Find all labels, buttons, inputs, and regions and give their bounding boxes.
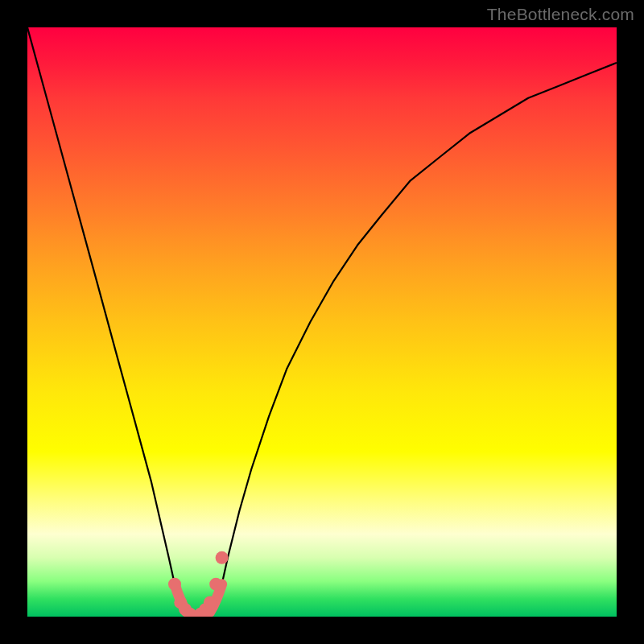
chart-frame: TheBottleneck.com bbox=[0, 0, 644, 644]
highlight-dot bbox=[209, 578, 222, 591]
bottleneck-curve bbox=[27, 27, 617, 617]
highlight-dot bbox=[168, 578, 181, 591]
plot-area bbox=[27, 27, 617, 617]
watermark-text: TheBottleneck.com bbox=[487, 5, 634, 24]
highlight-dot bbox=[216, 551, 229, 564]
curve-layer bbox=[27, 27, 617, 617]
highlight-dot bbox=[204, 596, 217, 609]
